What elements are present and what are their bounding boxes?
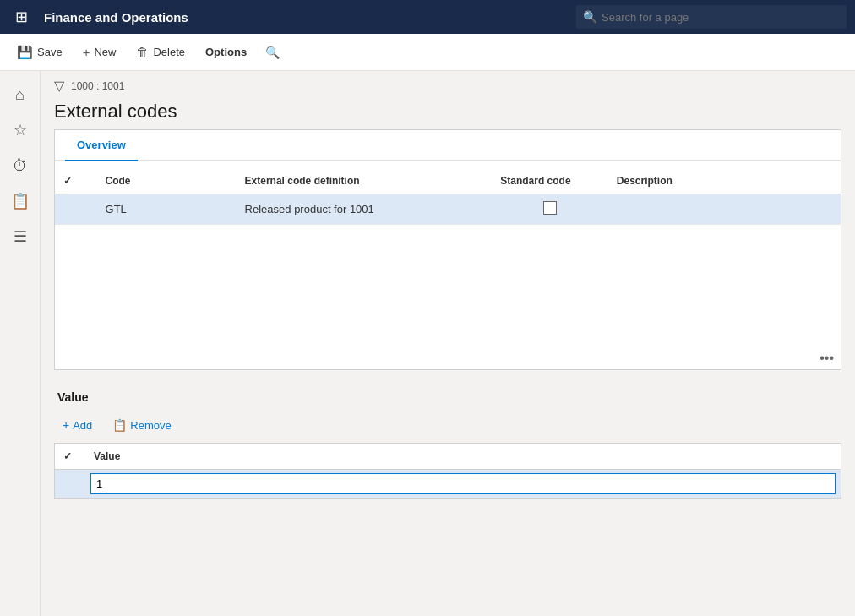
value-table: ✓ Value <box>55 444 841 498</box>
save-icon: 💾 <box>17 45 33 60</box>
sidebar-icon-home[interactable]: ⌂ <box>3 78 37 112</box>
external-codes-table: ✓ Code External code definition Standard… <box>55 168 841 225</box>
new-button[interactable]: + New <box>74 40 125 64</box>
row-check-cell <box>55 194 97 225</box>
delete-label: Delete <box>153 46 185 58</box>
sidebar-icon-favorites[interactable]: ☆ <box>3 113 37 147</box>
top-bar: ⊞ Finance and Operations 🔍 <box>0 0 855 34</box>
options-button[interactable]: Options <box>197 41 255 63</box>
row-extdef-cell: Released product for 1001 <box>237 194 493 225</box>
value-toolbar: + Add 📋 Remove <box>54 411 841 443</box>
row-code-cell: GTL <box>97 194 237 225</box>
col-header-standard: Standard code <box>492 168 608 194</box>
value-header-row: ✓ Value <box>55 444 841 470</box>
add-icon: + <box>63 418 69 432</box>
search-icon: 🔍 <box>265 46 280 59</box>
main-layout: ⌂ ☆ ⏱ 📋 ☰ ▽ 1000 : 1001 External codes O… <box>0 71 855 616</box>
value-row-check <box>55 470 85 499</box>
breadcrumb: 1000 : 1001 <box>71 80 124 92</box>
standard-code-checkbox[interactable] <box>543 201 557 215</box>
app-grid-icon[interactable]: ⊞ <box>8 8 34 26</box>
new-icon: + <box>83 45 90 59</box>
search-icon-top: 🔍 <box>583 10 597 24</box>
remove-icon: 📋 <box>112 418 127 432</box>
col-header-extdef: External code definition <box>237 168 493 194</box>
value-col-check: ✓ <box>55 444 85 470</box>
app-title: Finance and Operations <box>44 10 566 25</box>
save-label: Save <box>37 46 63 58</box>
table-wrapper: ✓ Code External code definition Standard… <box>55 161 841 347</box>
filter-icon[interactable]: ▽ <box>54 78 64 94</box>
table-row[interactable]: GTL Released product for 1001 <box>55 194 841 225</box>
top-search-input[interactable] <box>576 5 847 29</box>
tab-bar: Overview <box>55 130 841 161</box>
delete-button[interactable]: 🗑 Delete <box>128 40 193 64</box>
sidebar-icon-workspaces[interactable]: 📋 <box>3 184 37 218</box>
search-button[interactable]: 🔍 <box>259 41 286 64</box>
col-header-desc: Description <box>608 168 841 194</box>
command-bar: 💾 Save + New 🗑 Delete Options 🔍 <box>0 34 855 71</box>
col-header-check: ✓ <box>55 168 97 194</box>
overview-panel: Overview ✓ Code External code definition… <box>54 129 841 370</box>
sidebar-icon-menu[interactable]: ☰ <box>3 220 37 253</box>
value-col-value: Value <box>85 444 841 470</box>
value-table-row[interactable] <box>55 470 841 499</box>
col-header-code: Code <box>97 168 237 194</box>
more-options-button[interactable]: ••• <box>55 347 841 369</box>
remove-value-button[interactable]: 📋 Remove <box>104 414 179 436</box>
row-standard-cell[interactable] <box>492 194 608 225</box>
value-section-title: Value <box>54 380 841 411</box>
options-label: Options <box>205 46 247 58</box>
sidebar: ⌂ ☆ ⏱ 📋 ☰ <box>0 71 41 616</box>
filter-bar: ▽ 1000 : 1001 <box>41 71 855 101</box>
table-header-row: ✓ Code External code definition Standard… <box>55 168 841 194</box>
remove-label: Remove <box>130 419 171 432</box>
value-section: Value + Add 📋 Remove ✓ Value <box>54 380 841 499</box>
row-desc-cell <box>608 194 841 225</box>
add-label: Add <box>73 419 92 432</box>
add-value-button[interactable]: + Add <box>54 414 101 436</box>
new-label: New <box>94 46 116 58</box>
content-area: ▽ 1000 : 1001 External codes Overview ✓ … <box>41 71 855 616</box>
value-input[interactable] <box>90 473 836 494</box>
delete-icon: 🗑 <box>136 45 149 59</box>
save-button[interactable]: 💾 Save <box>8 40 71 65</box>
value-row-input-cell[interactable] <box>85 470 841 499</box>
value-table-wrapper: ✓ Value <box>54 443 841 499</box>
search-wrapper: 🔍 <box>576 5 847 29</box>
tab-overview[interactable]: Overview <box>65 130 138 161</box>
sidebar-icon-recent[interactable]: ⏱ <box>3 149 37 183</box>
page-title: External codes <box>41 101 855 129</box>
